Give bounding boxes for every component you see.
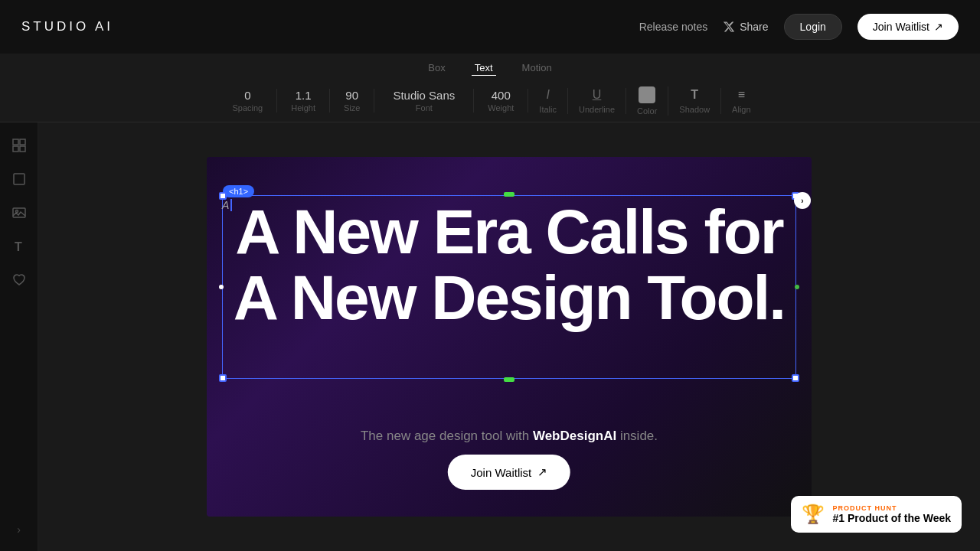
handle-bottom-mid[interactable] (504, 377, 514, 382)
color-swatch (639, 86, 655, 103)
join-waitlist-header-button[interactable]: Join Waitlist ↗ (858, 14, 959, 40)
svg-rect-1 (20, 139, 25, 145)
font-label: Font (416, 103, 433, 112)
underline-control[interactable]: U Underline (568, 88, 626, 114)
tab-motion[interactable]: Motion (519, 60, 555, 76)
italic-control[interactable]: I Italic (528, 88, 568, 114)
svg-rect-3 (20, 146, 25, 152)
svg-rect-2 (13, 146, 18, 152)
header: STUDIO AI Release notes Share Login Join… (0, 0, 980, 54)
expand-handle[interactable]: › (794, 192, 811, 209)
shadow-label: Shadow (679, 105, 710, 114)
join-waitlist-label: Join Waitlist (471, 466, 531, 479)
svg-rect-5 (13, 208, 25, 217)
handle-bottom-left[interactable] (219, 374, 227, 382)
subtext-before: The new age design tool with (361, 429, 533, 443)
product-hunt-badge[interactable]: 🏆 PRODUCT HUNT #1 Product of the Week (791, 496, 962, 533)
italic-label: Italic (539, 105, 557, 114)
size-label: Size (344, 103, 360, 112)
sidebar: T › (0, 122, 38, 551)
font-control: Studio Sans Font (374, 89, 474, 112)
color-label: Color (637, 106, 657, 116)
spacing-value[interactable]: 0 (244, 89, 250, 102)
sidebar-item-frame[interactable] (8, 135, 30, 156)
align-control[interactable]: ≡ Align (721, 88, 761, 114)
canvas-area: <h1> › A A New Era Calls for A New Desig… (38, 122, 980, 551)
toolbar: Box Text Motion 0 Spacing 1.1 Height 90 … (0, 54, 980, 122)
share-button[interactable]: Share (723, 21, 768, 33)
toolbar-tabs: Box Text Motion (425, 60, 554, 76)
sidebar-item-heart[interactable] (8, 269, 30, 291)
login-button[interactable]: Login (784, 14, 842, 40)
underline-label: Underline (579, 105, 615, 114)
shadow-icon: T (691, 88, 698, 102)
release-notes-link[interactable]: Release notes (639, 21, 708, 33)
align-label: Align (732, 105, 750, 114)
tab-text[interactable]: Text (472, 60, 496, 76)
arrow-icon: ↗ (934, 21, 943, 33)
share-label: Share (740, 21, 768, 33)
height-value[interactable]: 1.1 (296, 89, 312, 102)
ph-rank: #1 Product of the Week (832, 512, 951, 524)
sidebar-item-box[interactable] (8, 168, 30, 190)
weight-label: Weight (488, 103, 514, 112)
color-control[interactable]: Color (626, 86, 668, 116)
italic-icon: I (546, 88, 549, 102)
ph-label: PRODUCT HUNT (832, 504, 951, 512)
twitter-icon (723, 21, 735, 33)
join-waitlist-canvas-button[interactable]: Join Waitlist ↗ (448, 455, 570, 490)
height-control: 1.1 Height (277, 89, 330, 112)
svg-rect-4 (14, 174, 24, 184)
ph-text-block: PRODUCT HUNT #1 Product of the Week (832, 504, 951, 524)
logo: STUDIO AI (21, 19, 113, 34)
subtext: The new age design tool with WebDesignAI… (207, 429, 812, 444)
tab-box[interactable]: Box (425, 60, 448, 76)
arrow-icon-canvas: ↗ (537, 465, 547, 479)
size-value[interactable]: 90 (345, 89, 358, 102)
sidebar-item-image[interactable] (8, 202, 30, 223)
svg-rect-0 (13, 139, 18, 145)
trophy-icon: 🏆 (802, 504, 825, 525)
weight-control: 400 Weight (474, 89, 528, 112)
h1-tag-label: <h1> (223, 185, 254, 197)
height-label: Height (291, 103, 315, 112)
handle-bottom-right[interactable] (792, 374, 799, 382)
toolbar-controls: 0 Spacing 1.1 Height 90 Size Studio Sans… (218, 86, 761, 116)
align-icon: ≡ (738, 88, 745, 102)
spacing-label: Spacing (232, 103, 263, 112)
svg-text:T: T (15, 240, 22, 253)
sidebar-expand-arrow[interactable]: › (17, 523, 21, 536)
design-frame: <h1> › A A New Era Calls for A New Desig… (207, 157, 812, 517)
font-value[interactable]: Studio Sans (393, 89, 455, 102)
shadow-control[interactable]: T Shadow (668, 88, 721, 114)
header-right: Release notes Share Login Join Waitlist … (639, 14, 959, 40)
weight-value[interactable]: 400 (492, 89, 511, 102)
main-heading[interactable]: A New Era Calls for A New Design Tool. (222, 199, 796, 331)
sidebar-item-text[interactable]: T (8, 236, 30, 257)
subtext-after: inside. (616, 429, 658, 443)
subtext-bold: WebDesignAI (533, 429, 616, 443)
underline-icon: U (593, 88, 602, 102)
spacing-control: 0 Spacing (218, 89, 277, 112)
size-control: 90 Size (330, 89, 374, 112)
